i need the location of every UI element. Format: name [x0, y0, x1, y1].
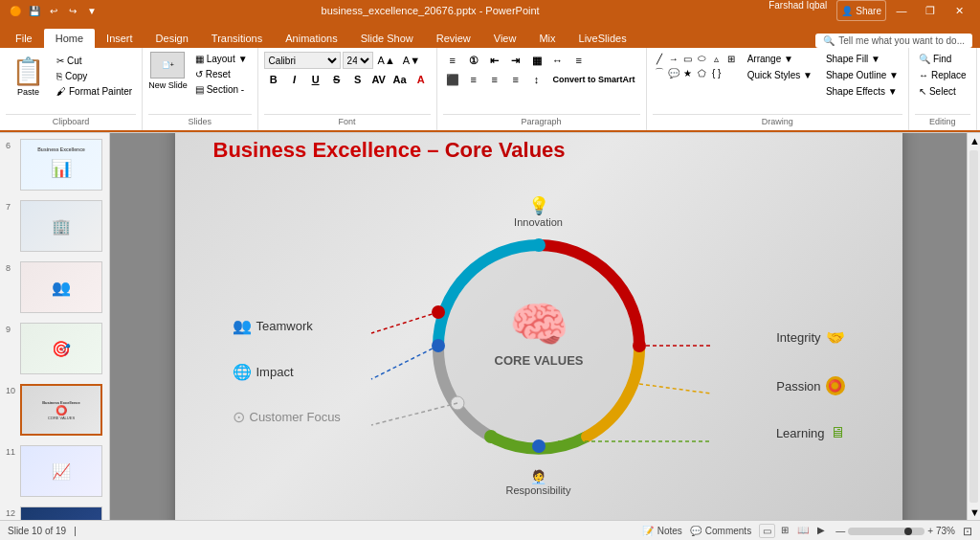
slide-sorter-button[interactable]: ⊞	[778, 524, 791, 538]
slide-item-12[interactable]: 12 🔵	[4, 505, 105, 520]
select-button[interactable]: ↖ Select	[915, 84, 960, 99]
tab-transitions[interactable]: Transitions	[200, 29, 274, 48]
format-painter-button[interactable]: 🖌 Format Painter	[53, 84, 136, 99]
slide-panel[interactable]: 6 Business Excellence 📊 7 🏢 8	[0, 133, 110, 520]
slide-thumb-9[interactable]: 🎯	[20, 323, 102, 374]
slide-thumb-12[interactable]: 🔵	[20, 506, 102, 520]
tab-design[interactable]: Design	[145, 29, 200, 48]
fit-slide-button[interactable]: ⊡	[963, 525, 972, 538]
increase-font-size-button[interactable]: A▲	[375, 54, 398, 67]
scroll-down-button[interactable]: ▼	[968, 505, 980, 520]
align-center-button[interactable]: ≡	[464, 71, 483, 88]
shape-rect[interactable]: ▭	[681, 52, 695, 65]
shape-star[interactable]: ★	[681, 66, 695, 79]
normal-view-button[interactable]: ▭	[759, 524, 775, 538]
columns-button[interactable]: ▦	[527, 52, 546, 69]
shape-arrow[interactable]: →	[667, 52, 680, 65]
comments-button[interactable]: 💬 Comments	[690, 526, 751, 536]
text-direction-button[interactable]: ↔	[548, 52, 568, 69]
arrange-button[interactable]: Arrange ▼	[744, 52, 816, 66]
reading-view-button[interactable]: 📖	[794, 524, 812, 538]
strikethrough-button[interactable]: S	[327, 71, 346, 88]
undo-icon[interactable]: ↩	[46, 3, 61, 18]
tab-slideshow[interactable]: Slide Show	[349, 29, 425, 48]
slide-thumb-10[interactable]: Business Excellence ⭕ CORE VALUES	[20, 384, 102, 436]
zoom-slider[interactable]	[848, 528, 924, 535]
cut-button[interactable]: ✂ Cut	[53, 54, 136, 68]
tab-file[interactable]: File	[4, 29, 44, 48]
underline-button[interactable]: U	[306, 71, 325, 88]
slide-canvas-area[interactable]: Business Excellence – Core Values 🧠 CORE…	[110, 133, 967, 520]
scroll-thumb[interactable]	[969, 150, 978, 503]
paste-button[interactable]: 📋 Paste	[6, 52, 51, 101]
slide-item-6[interactable]: 6 Business Excellence 📊	[4, 137, 105, 192]
shadow-button[interactable]: S	[348, 71, 368, 88]
maximize-button[interactable]: ❐	[917, 0, 944, 21]
notes-button[interactable]: 📝 Notes	[642, 526, 682, 536]
tab-animations[interactable]: Animations	[274, 29, 348, 48]
decrease-font-size-button[interactable]: A▼	[400, 54, 423, 67]
redo-icon[interactable]: ↪	[65, 3, 80, 18]
italic-button[interactable]: I	[285, 71, 304, 88]
tab-liveslides[interactable]: LiveSlides	[568, 29, 638, 48]
tab-mix[interactable]: Mix	[527, 29, 567, 48]
shape-pentagon[interactable]: ⬠	[696, 66, 709, 79]
minimize-button[interactable]: —	[888, 0, 915, 21]
slideshow-button[interactable]: ▶	[814, 524, 828, 538]
tab-insert[interactable]: Insert	[95, 29, 145, 48]
right-scrollbar[interactable]: ▲ ▼	[967, 133, 980, 520]
share-button[interactable]: 👤 Share	[836, 0, 886, 21]
shape-line[interactable]: ╱	[653, 52, 666, 65]
align-left-button[interactable]: ⬛	[443, 71, 462, 88]
layout-button[interactable]: ▦ Layout ▼	[191, 52, 252, 66]
shape-more[interactable]: ⊞	[724, 52, 738, 65]
justify-button[interactable]: ≡	[506, 71, 525, 88]
scroll-up-button[interactable]: ▲	[968, 133, 980, 148]
slide-thumb-8[interactable]: 👥	[20, 261, 102, 313]
customize-icon[interactable]: ▼	[84, 3, 100, 18]
align-text-button[interactable]: ≡	[569, 52, 589, 69]
slide-canvas[interactable]: Business Excellence – Core Values 🧠 CORE…	[175, 133, 902, 520]
shape-brace[interactable]: { }	[710, 66, 724, 79]
quick-styles-button[interactable]: Quick Styles ▼	[744, 68, 816, 82]
line-spacing-button[interactable]: ↕	[527, 71, 546, 88]
slide-item-8[interactable]: 8 👥	[4, 259, 105, 315]
shape-effects-button[interactable]: Shape Effects ▼	[822, 84, 902, 99]
tab-view[interactable]: View	[482, 29, 528, 48]
align-right-button[interactable]: ≡	[485, 71, 504, 88]
shape-oval[interactable]: ⬭	[696, 52, 709, 65]
reset-button[interactable]: ↺ Reset	[191, 67, 252, 81]
shape-triangle[interactable]: ▵	[710, 52, 724, 65]
numbering-button[interactable]: ①	[464, 52, 483, 69]
tab-home[interactable]: Home	[44, 29, 95, 48]
font-color-button[interactable]: A	[412, 71, 431, 88]
replace-button[interactable]: ↔ Replace	[915, 68, 970, 82]
close-button[interactable]: ✕	[946, 0, 972, 21]
change-case-button[interactable]: Aa	[390, 71, 410, 88]
copy-button[interactable]: ⎘ Copy	[53, 69, 136, 83]
slide-item-10[interactable]: 10 Business Excellence ⭕ CORE VALUES	[4, 382, 105, 438]
shape-callout[interactable]: 💬	[667, 66, 680, 79]
zoom-out-button[interactable]: —	[835, 526, 845, 536]
shape-outline-button[interactable]: Shape Outline ▼	[822, 68, 902, 82]
decrease-indent-button[interactable]: ⇤	[485, 52, 504, 69]
save-icon[interactable]: 💾	[27, 3, 42, 18]
bullets-button[interactable]: ≡	[443, 52, 462, 69]
search-box[interactable]: 🔍 Tell me what you want to do...	[815, 34, 972, 48]
bold-button[interactable]: B	[264, 71, 283, 88]
font-size-select[interactable]: 24	[343, 52, 373, 69]
tab-review[interactable]: Review	[425, 29, 482, 48]
font-family-select[interactable]: Calibri	[264, 52, 341, 69]
shape-connector[interactable]: ⌒	[653, 66, 666, 79]
increase-indent-button[interactable]: ⇥	[506, 52, 525, 69]
slide-thumb-11[interactable]: 📈	[20, 445, 102, 497]
slide-thumb-7[interactable]: 🏢	[20, 200, 102, 252]
slide-item-7[interactable]: 7 🏢	[4, 198, 105, 254]
slide-item-11[interactable]: 11 📈	[4, 443, 105, 499]
section-button[interactable]: ▤ Section -	[191, 82, 252, 97]
char-spacing-button[interactable]: AV	[369, 71, 389, 88]
find-button[interactable]: 🔍 Find	[915, 52, 955, 66]
slide-thumb-6[interactable]: Business Excellence 📊	[20, 139, 102, 191]
zoom-in-button[interactable]: +	[927, 526, 933, 536]
shape-fill-button[interactable]: Shape Fill ▼	[822, 52, 902, 66]
